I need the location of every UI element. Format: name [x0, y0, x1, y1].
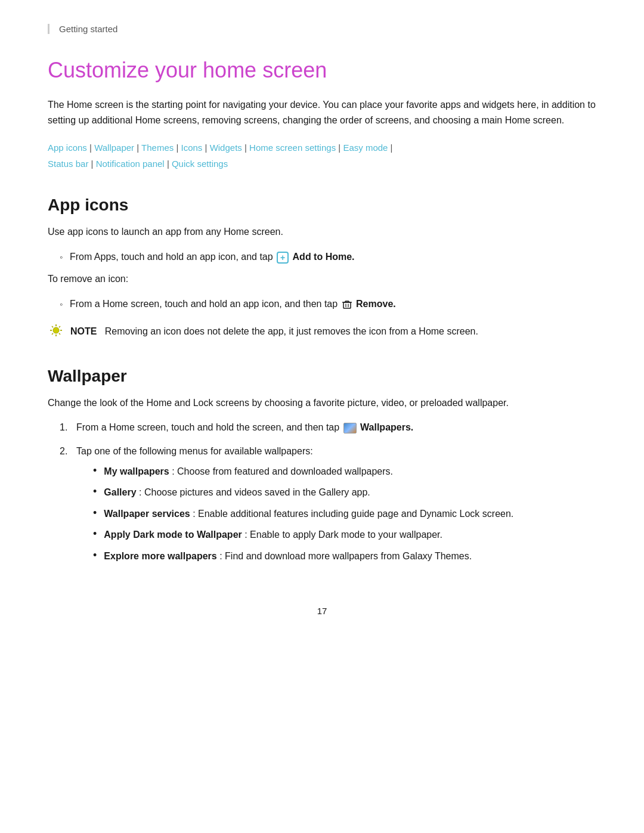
nav-link-status-bar[interactable]: Status bar: [48, 159, 88, 169]
nav-link-widgets[interactable]: Widgets: [210, 143, 242, 153]
nav-links: App icons | Wallpaper | Themes | Icons |…: [48, 140, 596, 172]
wallpaper-step-1: 1. From a Home screen, touch and hold th…: [60, 420, 596, 435]
trash-icon: [342, 299, 352, 310]
wallpaper-description: Change the look of the Home and Lock scr…: [48, 395, 596, 411]
breadcrumb: Getting started: [48, 24, 596, 34]
sub-bullet-explore-wallpapers: • Explore more wallpapers : Find and dow…: [93, 549, 513, 564]
bullet-dot-icon: •: [93, 550, 97, 561]
app-icons-section: App icons Use app icons to launch an app…: [48, 196, 596, 345]
bullet-dot-icon: •: [93, 528, 97, 539]
wallpaper-step-2: 2. Tap one of the following menus for av…: [60, 444, 596, 570]
svg-line-12: [52, 326, 53, 327]
app-icons-bullet-1: ◦ From Apps, touch and hold an app icon,…: [60, 249, 596, 265]
sub-bullet-gallery: • Gallery : Choose pictures and videos s…: [93, 485, 513, 500]
bullet-dot-icon: •: [93, 486, 97, 497]
wallpaper-heading: Wallpaper: [48, 367, 596, 386]
sub-bullet-dark-mode: • Apply Dark mode to Wallpaper : Enable …: [93, 527, 513, 543]
svg-line-14: [59, 326, 60, 327]
bullet-dot-icon: •: [93, 507, 97, 518]
page-number: 17: [48, 606, 596, 616]
bullet-dot-icon: •: [93, 465, 97, 476]
nav-link-home-screen-settings[interactable]: Home screen settings: [249, 143, 336, 153]
app-icons-description: Use app icons to launch an app from any …: [48, 224, 596, 240]
nav-link-wallpaper[interactable]: Wallpaper: [94, 143, 134, 153]
nav-link-icons[interactable]: Icons: [181, 143, 203, 153]
svg-rect-0: [343, 302, 351, 308]
wallpaper-steps: 1. From a Home screen, touch and hold th…: [60, 420, 596, 569]
sub-bullet-wallpaper-services: • Wallpaper services : Enable additional…: [93, 506, 513, 522]
wallpaper-section: Wallpaper Change the look of the Home an…: [48, 367, 596, 570]
nav-link-easy-mode[interactable]: Easy mode: [343, 143, 388, 153]
nav-link-notification-panel[interactable]: Notification panel: [96, 159, 165, 169]
note-lightbulb-icon: [48, 323, 64, 345]
bullet-circle-icon: ◦: [60, 250, 63, 264]
remove-label: To remove an icon:: [48, 271, 596, 287]
add-to-home-icon: [277, 252, 289, 264]
svg-point-7: [53, 327, 59, 333]
svg-line-15: [52, 333, 53, 334]
note-text: NOTE Removing an icon does not delete th…: [70, 324, 478, 339]
app-icons-bullet-2: ◦ From a Home screen, touch and hold an …: [60, 296, 596, 312]
page-title: Customize your home screen: [48, 58, 596, 83]
svg-line-13: [59, 333, 60, 334]
intro-paragraph: The Home screen is the starting point fo…: [48, 97, 596, 128]
sub-bullet-my-wallpapers: • My wallpapers : Choose from featured a…: [93, 464, 513, 479]
bullet-circle-icon-2: ◦: [60, 298, 63, 311]
note-box: NOTE Removing an icon does not delete th…: [48, 324, 596, 345]
nav-link-themes[interactable]: Themes: [141, 143, 174, 153]
wallpapers-icon: [343, 423, 357, 433]
wallpaper-sub-bullets: • My wallpapers : Choose from featured a…: [93, 464, 513, 564]
nav-link-app-icons[interactable]: App icons: [48, 143, 87, 153]
nav-link-quick-settings[interactable]: Quick settings: [172, 159, 228, 169]
app-icons-heading: App icons: [48, 196, 596, 215]
